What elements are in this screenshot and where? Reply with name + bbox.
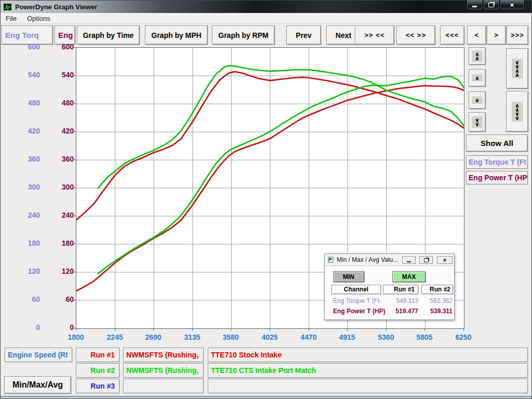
x-tick-mark (115, 328, 115, 331)
y-zoom-in-button[interactable]: ∨ ∨ ∧ ∧ (506, 48, 528, 89)
torque-tick-label: 300 (16, 183, 40, 191)
power-tick-label: 120 (50, 267, 74, 275)
x-tick-mark (192, 328, 193, 331)
graph-by-time-button[interactable]: Graph by Time (77, 25, 140, 45)
rpm-tick-label: 1800 (60, 333, 91, 341)
torque-tick-label: 180 (16, 239, 40, 247)
minmax-title: Min / Max / Avg Valu... (337, 256, 398, 263)
graph-by-mph-button[interactable]: Graph by MPH (145, 25, 208, 45)
chevron-down-icon: ∨ (472, 97, 483, 104)
torque-tick-label: 0 (16, 323, 40, 331)
zoom-in-vertical-icon: ∨ ∨ ∧ ∧ (512, 59, 523, 78)
run2-label: Run #2 (76, 363, 119, 378)
run3-description (123, 379, 204, 393)
power-row-run1-max: 519.477 (382, 307, 418, 315)
close-button[interactable]: × (500, 1, 524, 10)
scroll-left-button[interactable]: < (467, 25, 486, 45)
torque-tick-label: 540 (16, 71, 40, 79)
run3-label: Run #3 (76, 379, 119, 393)
power-row-channel: Eng Power T (HP) (333, 307, 385, 315)
rpm-tick-label: 3580 (215, 333, 246, 341)
chevron-up-icon: ∧ (472, 74, 483, 82)
menu-file[interactable]: File (1, 15, 22, 22)
run2-description: NWMSFTS (Rushing, (123, 363, 204, 378)
zoom-in-x-button[interactable]: >> << (355, 25, 394, 45)
power-tick-label: 480 (50, 99, 74, 107)
powerdyne-window: PowerDyne Graph Viewer × File Options En… (0, 0, 532, 399)
y-scroll-down-button[interactable]: ∨ (469, 91, 486, 109)
torque-tick-label: 60 (16, 295, 40, 303)
power-tick-label: 360 (50, 155, 74, 163)
minmaxavg-button[interactable]: Min/Max/Avg (4, 376, 71, 394)
run1-label: Run #1 (76, 348, 119, 362)
power-tick-label: 240 (50, 211, 74, 219)
app-icon (3, 3, 12, 11)
x-tick-mark (463, 328, 464, 331)
run1-note: TTE710 Stock Intake (208, 348, 528, 362)
flag-icon (328, 257, 334, 263)
run2-column-header: Run #2 (421, 285, 453, 294)
torque-channel-button[interactable]: Eng Torq (2, 25, 53, 45)
rpm-tick-label: 5360 (370, 333, 402, 341)
run2-note: TTE710 CTS Intake Port Match (208, 363, 528, 378)
minimize-button[interactable] (467, 1, 483, 10)
power-tick-label: 0 (50, 323, 74, 331)
max-toggle-button[interactable]: MAX (392, 271, 425, 282)
minmax-maximize-button[interactable] (419, 256, 433, 264)
maximize-button[interactable] (483, 1, 499, 10)
minmax-titlebar[interactable]: Min / Max / Avg Valu... × (325, 254, 454, 266)
show-all-button[interactable]: Show All (466, 135, 528, 152)
x-tick-mark (309, 328, 309, 331)
titlebar[interactable]: PowerDyne Graph Viewer × (1, 1, 532, 13)
power-row-run2-max: 539.311 (420, 307, 453, 315)
rpm-tick-label: 4915 (331, 333, 363, 341)
run1-column-header: Run #1 (383, 285, 418, 294)
menubar: File Options (1, 13, 532, 24)
power-tick-label: 300 (50, 183, 74, 191)
rpm-tick-label: 5805 (409, 333, 440, 341)
torque-axis-label: Eng Torque T (Ft (466, 155, 528, 169)
x-axis-channel-label: Engine Speed (RI (5, 348, 72, 362)
restore-icon (488, 3, 494, 7)
power-channel-button[interactable]: Eng Powe (55, 25, 75, 45)
menu-options[interactable]: Options (22, 15, 56, 22)
scroll-right-button[interactable]: > (487, 25, 506, 45)
torque-tick-label: 420 (16, 127, 40, 135)
scroll-far-left-button[interactable]: <<< (440, 25, 464, 45)
zoom-out-vertical-icon: ∧ ∧ ∨ ∨ (512, 102, 523, 122)
prev-button[interactable]: Prev (286, 25, 321, 45)
min-toggle-button[interactable]: MIN (333, 271, 364, 282)
restore-icon (424, 258, 429, 262)
y-zoom-out-button[interactable]: ∧ ∧ ∨ ∨ (506, 91, 528, 132)
minimize-icon (407, 261, 411, 262)
y-scroll-down-fast-button[interactable]: ∨ ∨ (469, 112, 486, 132)
graph-by-rpm-button[interactable]: Graph by RPM (212, 25, 275, 45)
rpm-tick-label: 4470 (293, 333, 324, 341)
torque-tick-label: 120 (16, 267, 40, 275)
torque-tick-label: 360 (16, 155, 40, 163)
torque-tick-label: 240 (16, 211, 40, 219)
scroll-far-right-button[interactable]: >>> (507, 25, 528, 45)
torque-tick-label: 600 (16, 43, 40, 51)
power-tick-label: 420 (50, 127, 74, 135)
zoom-out-x-button[interactable]: << >> (396, 25, 435, 45)
torque-row-run2-max: 562.362 (420, 297, 453, 304)
minmax-minimize-button[interactable] (402, 256, 416, 264)
run1-description: NWMSFTS (Rushing, (123, 348, 204, 362)
close-icon: × (510, 1, 514, 9)
power-axis-label: Eng Power T (HP (466, 171, 528, 184)
y-scroll-up-fast-button[interactable]: ∧ ∧ (469, 47, 486, 65)
minmax-close-button[interactable]: × (437, 256, 453, 264)
rpm-tick-label: 3135 (177, 333, 208, 341)
chevron-double-up-icon: ∧ ∧ (472, 50, 483, 62)
power-tick-label: 540 (50, 71, 74, 79)
power-tick-label: 600 (50, 43, 74, 51)
window-title: PowerDyne Graph Viewer (15, 3, 97, 11)
minimize-icon (472, 6, 477, 7)
x-tick-mark (270, 328, 270, 331)
power-tick-label: 180 (50, 239, 74, 247)
minmax-window[interactable]: Min / Max / Avg Valu... × MIN MAX Channe… (324, 254, 455, 320)
rpm-tick-label: 2690 (138, 333, 169, 341)
torque-row-run1-max: 549.113 (382, 297, 418, 304)
y-scroll-up-button[interactable]: ∧ (469, 69, 486, 87)
